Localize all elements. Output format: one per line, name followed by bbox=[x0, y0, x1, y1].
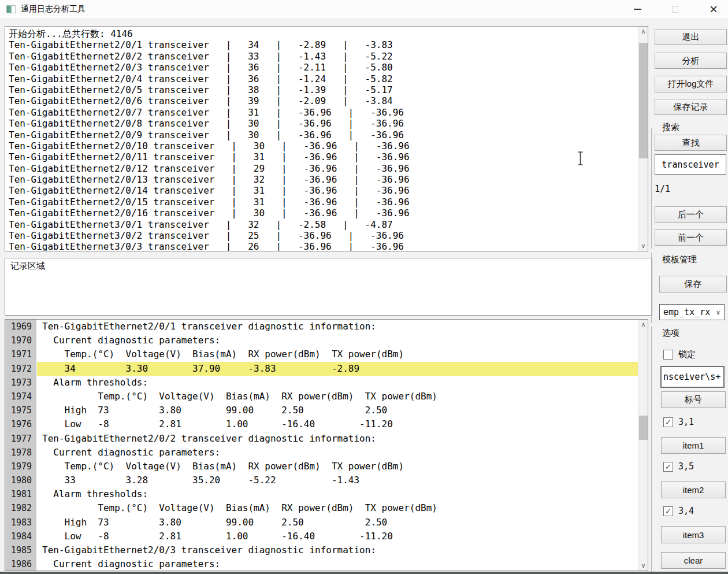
log-line: 1981 bbox=[5, 487, 36, 501]
log-line: 1982 bbox=[5, 501, 36, 515]
detail-log-panel[interactable]: 1969197019711972197319741975197619771978… bbox=[5, 319, 648, 571]
regex-input[interactable]: nsceiver\s+ bbox=[660, 366, 725, 388]
log-line: 1976 bbox=[5, 417, 36, 431]
log-line: Ten-GigabitEthernet2/0/7 transceiver | 3… bbox=[9, 107, 637, 118]
scroll-up-icon[interactable]: ∧ bbox=[638, 320, 648, 329]
template-group-border bbox=[651, 253, 652, 323]
open-log-file-button[interactable]: 打开log文件 bbox=[655, 76, 727, 92]
template-select[interactable]: emp_tx_rx ∨ bbox=[659, 304, 725, 320]
maximize-button[interactable] bbox=[662, 0, 688, 18]
item2-button[interactable]: item2 bbox=[661, 482, 726, 498]
mark-button[interactable]: 标号 bbox=[661, 391, 726, 408]
log-line: 1986 bbox=[5, 557, 36, 571]
log-line: High 73 3.80 99.00 2.50 2.50 bbox=[37, 516, 638, 529]
checkbox-label: 3,1 bbox=[678, 417, 694, 427]
search-input-value: transceiver bbox=[662, 160, 719, 170]
log-line: Ten-GigabitEthernet2/0/11 transceiver | … bbox=[9, 151, 637, 162]
log-line: Ten-GigabitEthernet2/0/4 transceiver | 3… bbox=[9, 73, 637, 84]
find-button[interactable]: 查找 bbox=[655, 135, 727, 151]
scroll-up-icon[interactable]: ∧ bbox=[638, 27, 648, 36]
checkbox-checked-icon: ✓ bbox=[663, 506, 673, 516]
analyze-button[interactable]: 分析 bbox=[655, 53, 727, 69]
log-line: Current diagnostic parameters: bbox=[37, 334, 638, 347]
log-line: 1972 bbox=[5, 362, 36, 376]
lock-checkbox-label: 锁定 bbox=[678, 349, 696, 360]
log-line: Low -8 2.81 1.00 -16.40 -11.20 bbox=[37, 417, 638, 431]
window-title: 通用日志分析工具 bbox=[21, 4, 86, 14]
close-button[interactable]: × bbox=[700, 0, 727, 18]
checkbox-box-icon bbox=[663, 350, 673, 360]
log-line: Alarm thresholds: bbox=[37, 376, 638, 390]
log-line: Ten-GigabitEthernet2/0/5 transceiver | 3… bbox=[9, 84, 637, 95]
log-line: Ten-GigabitEthernet2/0/12 transceiver | … bbox=[9, 163, 637, 174]
options-group-border bbox=[651, 327, 652, 572]
log-line: High 73 3.80 99.00 2.50 2.50 bbox=[37, 403, 638, 417]
log-line: Ten-GigabitEthernet2/0/14 transceiver | … bbox=[9, 185, 637, 196]
scroll-down-icon[interactable]: ∨ bbox=[638, 561, 648, 571]
record-area[interactable]: 记录区域 bbox=[5, 258, 652, 316]
checkbox-label: 3,4 bbox=[678, 506, 694, 516]
next-match-button[interactable]: 后一个 bbox=[655, 206, 727, 223]
log-line: 1977 bbox=[5, 432, 36, 446]
scroll-down-icon[interactable]: ∨ bbox=[638, 241, 648, 251]
minimize-button[interactable] bbox=[624, 0, 651, 18]
log-line: Ten-GigabitEthernet3/0/3 transceiver | 2… bbox=[9, 241, 637, 251]
options-section-label: 选项 bbox=[662, 328, 679, 339]
log-line: 33 3.28 35.20 -5.22 -1.43 bbox=[37, 473, 638, 487]
log-line: 1978 bbox=[5, 446, 36, 460]
checkbox-label: 3,5 bbox=[678, 461, 694, 472]
lock-checkbox[interactable]: 锁定 bbox=[663, 349, 696, 360]
item3-button[interactable]: item3 bbox=[661, 526, 726, 543]
checkbox-checked-icon: ✓ bbox=[663, 462, 673, 472]
log-line: Ten-GigabitEthernet2/0/2 transceiver dia… bbox=[37, 432, 638, 446]
exit-button[interactable]: 退出 bbox=[655, 29, 727, 45]
clear-button[interactable]: clear bbox=[661, 552, 726, 569]
chevron-down-icon: ∨ bbox=[716, 309, 724, 316]
detail-log-scrollbar[interactable]: ∧ ∨ bbox=[638, 320, 648, 571]
checkbox-3-1[interactable]: ✓ 3,1 bbox=[663, 417, 694, 427]
item1-button[interactable]: item1 bbox=[661, 437, 726, 454]
log-line: 1975 bbox=[5, 403, 36, 417]
log-line: Ten-GigabitEthernet2/0/2 transceiver | 3… bbox=[9, 51, 637, 62]
log-line: Ten-GigabitEthernet3/0/1 transceiver | 3… bbox=[9, 219, 637, 230]
log-line: Current diagnostic parameters: bbox=[37, 557, 638, 571]
save-record-button[interactable]: 保存记录 bbox=[655, 99, 727, 115]
window-bottom-edge bbox=[0, 572, 728, 574]
regex-input-value: nsceiver\s+ bbox=[663, 372, 720, 382]
template-save-button[interactable]: 保存 bbox=[659, 276, 727, 292]
log-line: 1983 bbox=[5, 516, 36, 529]
log-line: 1973 bbox=[5, 376, 36, 390]
log-line: Temp.(°C) Voltage(V) Bias(mA) RX power(d… bbox=[37, 460, 638, 473]
log-line: 1970 bbox=[5, 334, 36, 347]
line-number-gutter: 1969197019711972197319741975197619771978… bbox=[5, 320, 36, 571]
record-area-text: 记录区域 bbox=[5, 258, 652, 274]
analysis-log-scrollbar[interactable]: ∧ ∨ bbox=[638, 27, 648, 251]
log-line: Low -8 2.81 1.00 -16.40 -11.20 bbox=[37, 529, 638, 543]
detail-log-lines: Ten-GigabitEthernet2/0/1 transceiver dia… bbox=[37, 320, 638, 571]
log-line: Ten-GigabitEthernet2/0/9 transceiver | 3… bbox=[9, 129, 637, 140]
text-cursor-icon bbox=[577, 151, 584, 166]
log-line: 1974 bbox=[5, 390, 36, 403]
log-line: Ten-GigabitEthernet2/0/13 transceiver | … bbox=[9, 174, 637, 185]
title-bar: 通用日志分析工具 × bbox=[0, 0, 728, 19]
log-line: 1985 bbox=[5, 543, 36, 557]
log-line: Ten-GigabitEthernet2/0/3 transceiver dia… bbox=[37, 543, 638, 557]
log-line: Ten-GigabitEthernet2/0/16 transceiver | … bbox=[9, 208, 637, 219]
prev-match-button[interactable]: 前一个 bbox=[655, 229, 727, 246]
log-line: Temp.(°C) Voltage(V) Bias(mA) RX power(d… bbox=[37, 390, 638, 403]
template-select-value: emp_tx_rx bbox=[660, 307, 716, 317]
log-line: Temp.(°C) Voltage(V) Bias(mA) RX power(d… bbox=[37, 501, 638, 515]
checkbox-checked-icon: ✓ bbox=[663, 417, 673, 427]
scroll-thumb[interactable] bbox=[639, 43, 648, 158]
log-line: 34 3.30 37.90 -3.83 -2.89 bbox=[37, 362, 638, 376]
log-line: 1984 bbox=[5, 529, 36, 543]
analysis-log-panel[interactable]: 开始分析...总共行数: 4146Ten-GigabitEthernet2/0/… bbox=[5, 26, 648, 251]
log-line: 1979 bbox=[5, 460, 36, 473]
log-line: Current diagnostic parameters: bbox=[37, 446, 638, 460]
log-line: Ten-GigabitEthernet2/0/6 transceiver | 3… bbox=[9, 95, 637, 106]
checkbox-3-4[interactable]: ✓ 3,4 bbox=[663, 506, 694, 516]
search-input[interactable]: transceiver bbox=[655, 154, 726, 175]
checkbox-3-5[interactable]: ✓ 3,5 bbox=[663, 461, 694, 472]
log-line: 1969 bbox=[5, 320, 36, 334]
scroll-thumb[interactable] bbox=[639, 416, 648, 440]
